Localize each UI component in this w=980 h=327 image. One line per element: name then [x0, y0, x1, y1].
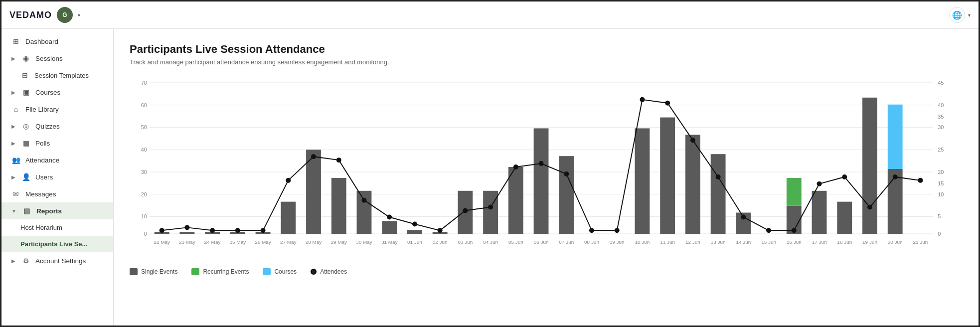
- attendee-dot-22: [716, 174, 721, 179]
- page-title: Participants Live Session Attendance: [130, 43, 963, 56]
- bar-single-28: [837, 202, 852, 234]
- attendee-dot-19: [640, 97, 645, 102]
- quizzes-arrow-icon: ▶: [11, 124, 15, 129]
- attendee-dot-24: [766, 228, 771, 233]
- svg-text:30: 30: [938, 124, 944, 130]
- navbar: VEDAMO G ▾ 🌐 ▾: [1, 1, 979, 29]
- file-library-icon: ⌂: [11, 105, 20, 113]
- sessions-icon: ◉: [21, 54, 30, 62]
- sidebar-item-attendance[interactable]: 👥 Attendance: [1, 152, 113, 168]
- svg-text:45: 45: [938, 80, 944, 86]
- attendee-dot-10: [412, 221, 417, 226]
- svg-text:05 Jun: 05 Jun: [508, 239, 523, 245]
- svg-text:14 Jun: 14 Jun: [736, 239, 751, 245]
- page-subtitle: Track and manage participant attendance …: [130, 58, 963, 66]
- avatar-chevron-icon[interactable]: ▾: [78, 12, 80, 18]
- svg-text:40: 40: [938, 102, 944, 108]
- attendee-dot-9: [387, 215, 392, 220]
- sidebar-item-reports[interactable]: ▼ ▤ Reports: [1, 202, 113, 219]
- sidebar-item-participants-live[interactable]: Participants Live Se...: [1, 236, 113, 252]
- sidebar-label-dashboard: Dashboard: [25, 38, 58, 45]
- sidebar-item-dashboard[interactable]: ⊞ Dashboard: [1, 33, 113, 50]
- svg-text:01 Jun: 01 Jun: [407, 239, 422, 245]
- svg-text:13 Jun: 13 Jun: [711, 239, 726, 245]
- svg-text:25: 25: [938, 147, 944, 153]
- sidebar-item-session-templates[interactable]: ⊟ Session Templates: [1, 67, 113, 84]
- svg-text:20: 20: [938, 169, 944, 175]
- bar-single-16: [559, 156, 574, 234]
- svg-text:08 Jun: 08 Jun: [584, 239, 599, 245]
- bar-single-15: [534, 128, 549, 234]
- svg-text:30: 30: [141, 169, 147, 175]
- svg-text:35: 35: [938, 114, 944, 120]
- attendee-dot-28: [867, 205, 872, 210]
- reports-icon: ▤: [22, 207, 31, 215]
- main-layout: ⊞ Dashboard ▶ ◉ Sessions ⊟ Session Templ…: [1, 29, 979, 326]
- attendee-dot-30: [918, 178, 923, 183]
- svg-text:21 Jun: 21 Jun: [913, 239, 928, 245]
- bar-single-19: [635, 128, 650, 234]
- svg-text:50: 50: [141, 124, 147, 130]
- svg-text:23 May: 23 May: [179, 239, 195, 245]
- attendee-dot-6: [311, 154, 316, 159]
- main-content: Participants Live Session Attendance Tra…: [114, 29, 979, 326]
- svg-text:15 Jun: 15 Jun: [761, 239, 776, 245]
- sessions-arrow-icon: ▶: [11, 56, 15, 61]
- sidebar-item-file-library[interactable]: ⌂ File Library: [1, 101, 113, 118]
- sidebar-item-polls[interactable]: ▶ ▦ Polls: [1, 135, 113, 152]
- bar-single-9: [382, 221, 397, 234]
- globe-icon[interactable]: 🌐: [949, 7, 965, 23]
- svg-text:70: 70: [141, 80, 147, 86]
- bar-single-5: [281, 202, 296, 234]
- navbar-left: VEDAMO G ▾: [9, 7, 80, 23]
- sidebar-item-users[interactable]: ▶ 👤 Users: [1, 168, 113, 185]
- legend-courses: Courses: [263, 268, 297, 275]
- chart-container: 70 60 50 40 30 20 10 0 45 40 35 30 25 20…: [130, 78, 963, 275]
- attendance-chart: 70 60 50 40 30 20 10 0 45 40 35 30 25 20…: [130, 78, 963, 261]
- sidebar-item-messages[interactable]: ✉ Messages: [1, 185, 113, 202]
- sidebar-item-courses[interactable]: ▶ ▣ Courses: [1, 84, 113, 101]
- attendee-dot-1: [184, 225, 189, 230]
- sidebar: ⊞ Dashboard ▶ ◉ Sessions ⊟ Session Templ…: [1, 29, 114, 326]
- sidebar-item-account-settings[interactable]: ▶ ⚙ Account Settings: [1, 252, 113, 269]
- svg-text:17 Jun: 17 Jun: [812, 239, 827, 245]
- svg-text:11 Jun: 11 Jun: [660, 239, 675, 245]
- svg-text:04 Jun: 04 Jun: [483, 239, 498, 245]
- svg-text:10: 10: [141, 213, 147, 219]
- sidebar-label-account-settings: Account Settings: [35, 257, 86, 265]
- session-templates-icon: ⊟: [20, 71, 29, 79]
- attendee-dot-29: [893, 174, 898, 179]
- quizzes-icon: ◎: [21, 122, 30, 130]
- sidebar-label-messages: Messages: [25, 190, 56, 198]
- legend-attendees-icon: [311, 269, 317, 275]
- legend-recurring-icon: [191, 268, 199, 275]
- svg-text:02 Jun: 02 Jun: [433, 239, 448, 245]
- bar-single-29: [862, 98, 877, 234]
- sidebar-item-host-horarium[interactable]: Host Horarium: [1, 219, 113, 236]
- bar-single-1: [179, 232, 194, 234]
- attendee-dot-7: [336, 158, 341, 163]
- sidebar-item-quizzes[interactable]: ▶ ◎ Quizzes: [1, 118, 113, 135]
- sidebar-label-polls: Polls: [35, 140, 50, 147]
- svg-text:27 May: 27 May: [280, 239, 297, 245]
- globe-chevron-icon[interactable]: ▾: [968, 12, 971, 18]
- attendee-dot-5: [286, 178, 291, 183]
- app-logo: VEDAMO: [9, 10, 52, 20]
- svg-text:30 May: 30 May: [356, 239, 372, 245]
- users-icon: 👤: [21, 173, 30, 181]
- avatar[interactable]: G: [57, 7, 73, 23]
- svg-text:0: 0: [144, 231, 147, 237]
- svg-text:5: 5: [938, 213, 941, 219]
- messages-icon: ✉: [11, 190, 20, 198]
- account-settings-arrow-icon: ▶: [11, 258, 15, 264]
- attendee-dot-27: [842, 174, 847, 179]
- courses-icon: ▣: [21, 88, 30, 96]
- sidebar-item-sessions[interactable]: ▶ ◉ Sessions: [1, 50, 113, 67]
- attendee-dot-4: [261, 228, 266, 233]
- attendee-dot-25: [792, 228, 797, 233]
- attendee-dot-21: [690, 138, 695, 143]
- attendee-dot-17: [589, 228, 594, 233]
- legend-recurring-label: Recurring Events: [203, 268, 249, 275]
- dashboard-icon: ⊞: [11, 37, 20, 45]
- sidebar-label-users: Users: [35, 173, 53, 181]
